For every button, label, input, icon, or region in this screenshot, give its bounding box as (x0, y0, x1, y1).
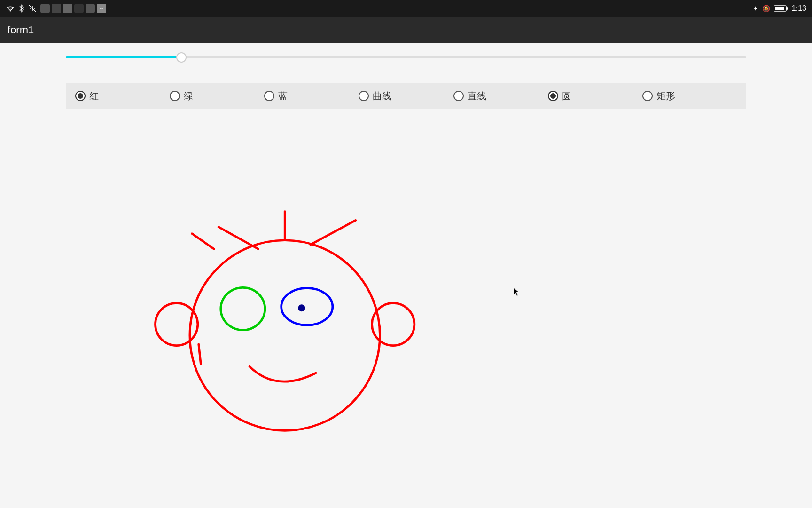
radio-red[interactable]: 红 (75, 90, 170, 103)
radio-rect-circle (642, 91, 653, 101)
slider-fill (66, 56, 181, 58)
status-bar: ··· ✦ 🔕 1:13 (0, 0, 812, 17)
time-display: 1:13 (792, 4, 806, 13)
drawing-canvas[interactable] (0, 119, 812, 508)
radio-row: 红 绿 蓝 曲线 直线 圆 矩形 (66, 83, 746, 109)
smile (250, 366, 316, 381)
radio-red-label: 红 (89, 90, 99, 103)
radio-line-circle (453, 91, 464, 101)
antenna-right (311, 220, 356, 245)
wifi-icon (6, 5, 15, 12)
radio-blue-label: 蓝 (278, 90, 288, 103)
radio-line[interactable]: 直线 (453, 90, 548, 103)
app-icons: ··· (40, 4, 106, 13)
radio-circle-label: 圆 (562, 90, 571, 103)
radio-rect[interactable]: 矩形 (642, 90, 737, 103)
title-bar: form1 (0, 17, 812, 43)
radio-circle-btn[interactable]: 圆 (548, 90, 642, 103)
svg-rect-4 (775, 7, 784, 10)
left-appendage (199, 344, 201, 364)
drawing-svg (0, 119, 812, 508)
mute-icon (28, 4, 37, 13)
status-left: ··· (6, 4, 106, 13)
pupil (298, 304, 305, 311)
mute-status: 🔕 (762, 5, 770, 12)
battery-icon (774, 5, 788, 12)
right-eye (281, 288, 333, 325)
main-content: 红 绿 蓝 曲线 直线 圆 矩形 (0, 43, 812, 508)
radio-circle-circle (548, 91, 558, 101)
radio-curve-label: 曲线 (373, 90, 391, 103)
status-right: ✦ 🔕 1:13 (753, 4, 806, 13)
svg-rect-3 (786, 7, 788, 10)
antenna-left (219, 227, 258, 249)
app-title: form1 (8, 24, 34, 36)
radio-curve-circle (359, 91, 369, 101)
radio-green-circle (170, 91, 180, 101)
radio-green[interactable]: 绿 (170, 90, 264, 103)
radio-blue-circle (264, 91, 274, 101)
radio-red-circle (75, 91, 86, 101)
slider-thumb[interactable] (176, 52, 187, 63)
radio-line-label: 直线 (468, 90, 486, 103)
radio-rect-label: 矩形 (656, 90, 675, 103)
slider-row[interactable] (0, 56, 812, 58)
slider-track[interactable] (66, 56, 746, 58)
bluetooth-icon (19, 4, 24, 13)
radio-curve[interactable]: 曲线 (359, 90, 453, 103)
radio-green-label: 绿 (184, 90, 193, 103)
bluetooth-status: ✦ (753, 5, 758, 12)
radio-blue[interactable]: 蓝 (264, 90, 359, 103)
left-eye (221, 287, 265, 330)
svg-point-0 (10, 10, 11, 12)
antenna-far-left (192, 234, 214, 249)
face-circle (190, 240, 380, 431)
